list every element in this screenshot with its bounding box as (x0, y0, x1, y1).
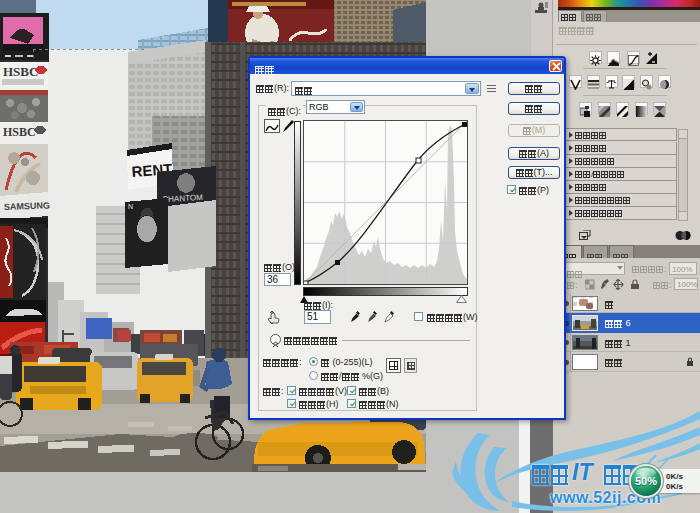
svg-text:SAMSUNG: SAMSUNG (4, 200, 50, 212)
svg-text:N: N (128, 203, 133, 210)
svg-text:HSBC: HSBC (3, 125, 36, 139)
svg-text:HSBC: HSBC (3, 64, 38, 79)
